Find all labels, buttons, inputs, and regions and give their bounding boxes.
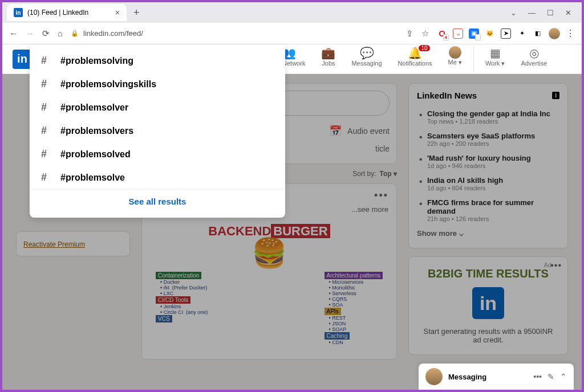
messaging-bar[interactable]: Messaging ••• ✎ ⌃ — [419, 364, 574, 390]
me-avatar-icon — [449, 46, 461, 59]
url-field[interactable]: 🔒 linkedin.com/feed/ — [71, 29, 398, 38]
profile-avatar-icon[interactable] — [549, 28, 560, 39]
linkedin-favicon: in — [14, 8, 23, 17]
share-icon[interactable]: ⇪ — [406, 28, 413, 39]
tab-title: (10) Feed | LinkedIn — [27, 9, 88, 17]
star-icon[interactable]: ☆ — [421, 28, 429, 39]
ext-pocket-icon[interactable]: ⌄ — [453, 28, 463, 39]
ext-send-icon[interactable]: ➤ — [501, 28, 511, 39]
caret-down-icon[interactable]: ⌄ — [510, 9, 517, 17]
suggestion-item[interactable]: ##problemsolving — [30, 49, 285, 72]
lock-icon: 🔒 — [71, 30, 79, 37]
search-suggestions: ##problemsolving ##problemsolvingskills … — [30, 44, 285, 218]
nav-advertise[interactable]: ◎ Advertise — [513, 46, 555, 72]
browser-tab[interactable]: in (10) Feed | LinkedIn × — [7, 4, 127, 21]
maximize-icon[interactable]: ☐ — [547, 9, 554, 17]
hash-icon: # — [41, 78, 47, 90]
suggestion-item[interactable]: ##problemsolver — [30, 96, 285, 119]
suggestion-item[interactable]: ##problemsolvers — [30, 119, 285, 142]
hash-icon: # — [41, 101, 47, 113]
nav-work[interactable]: ▦ Work ▾ — [477, 46, 513, 72]
ext-cat-icon[interactable]: 🐱 — [485, 28, 495, 39]
suggestion-item[interactable]: ##problemsolve — [30, 166, 285, 189]
url-text: linkedin.com/feed/ — [83, 29, 143, 38]
nav-jobs[interactable]: 💼 Jobs — [313, 46, 343, 72]
reload-button[interactable]: ⟳ — [42, 28, 50, 39]
hash-icon: # — [41, 172, 47, 183]
grid-icon: ▦ — [490, 46, 501, 60]
compose-icon[interactable]: ✎ — [548, 372, 554, 381]
tab-bar: in (10) Feed | LinkedIn × + ⌄ — ☐ ✕ — [2, 2, 582, 23]
msg-more-icon[interactable]: ••• — [533, 372, 542, 381]
ext-opera-icon[interactable]: O4 — [437, 28, 447, 39]
chevron-up-icon[interactable]: ⌃ — [560, 372, 567, 381]
linkedin-header: in 🔍 🏠 Home 👥 My Network 💼 Jobs 💬 Messag… — [2, 44, 582, 74]
new-tab-button[interactable]: + — [133, 7, 140, 19]
minimize-icon[interactable]: — — [528, 9, 536, 17]
back-button[interactable]: ← — [9, 28, 18, 38]
notification-badge: 10 — [419, 45, 429, 51]
ext-puzzle-icon[interactable]: ✦ — [517, 28, 527, 39]
ext-blue-icon[interactable]: ▣2 — [469, 28, 479, 39]
ext-panel-icon[interactable]: ◧ — [533, 28, 543, 39]
close-tab-icon[interactable]: × — [115, 8, 120, 17]
close-window-icon[interactable]: ✕ — [565, 9, 571, 17]
suggestion-item[interactable]: ##problemsolvingskills — [30, 72, 285, 96]
linkedin-logo[interactable]: in — [13, 50, 32, 69]
nav-me[interactable]: Me ▾ — [440, 46, 470, 72]
hash-icon: # — [41, 55, 47, 67]
hash-icon: # — [41, 125, 47, 137]
jobs-icon: 💼 — [321, 46, 335, 60]
address-bar: ← → ⟳ ⌂ 🔒 linkedin.com/feed/ ⇪ ☆ O4 ⌄ ▣2… — [2, 23, 582, 44]
nav-notifications[interactable]: 🔔 10 Notifications — [390, 46, 440, 72]
hash-icon: # — [41, 148, 47, 160]
see-all-results[interactable]: See all results — [30, 189, 285, 213]
browser-menu-icon[interactable]: ⋮ — [566, 28, 575, 39]
target-icon: ◎ — [529, 46, 539, 60]
home-button[interactable]: ⌂ — [58, 28, 63, 38]
msg-avatar-icon — [425, 368, 443, 385]
forward-button[interactable]: → — [26, 28, 34, 38]
messaging-icon: 💬 — [360, 46, 374, 60]
nav-separator — [473, 46, 474, 72]
suggestion-item[interactable]: ##problemsolved — [30, 142, 285, 166]
nav-messaging[interactable]: 💬 Messaging — [343, 46, 390, 72]
